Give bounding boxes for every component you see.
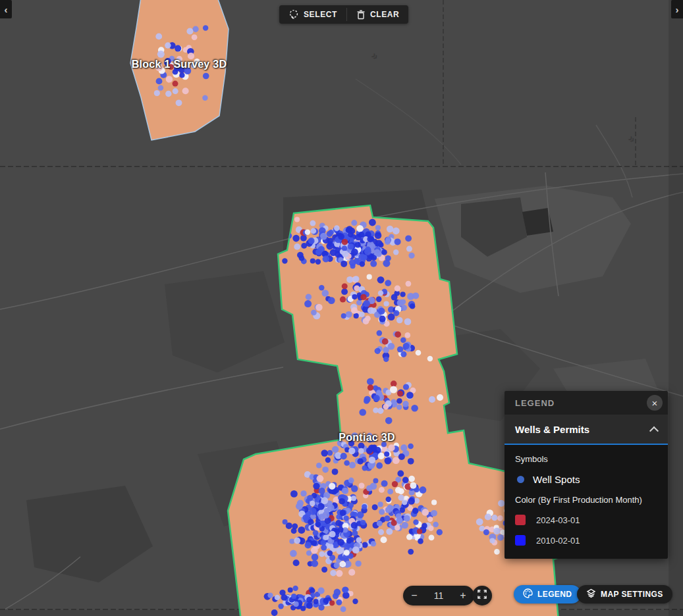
well-spot[interactable] (296, 503, 303, 510)
well-spot[interactable] (422, 509, 429, 516)
well-spot[interactable] (334, 225, 340, 231)
well-spot[interactable] (406, 392, 414, 399)
well-spot[interactable] (288, 588, 293, 593)
legend-toggle-button[interactable]: LEGEND (514, 585, 581, 603)
well-spot[interactable] (402, 401, 409, 407)
well-spot[interactable] (311, 540, 317, 546)
well-spot[interactable] (301, 243, 307, 249)
well-spot[interactable] (317, 503, 324, 509)
well-spot[interactable] (334, 589, 341, 596)
well-spot[interactable] (291, 528, 297, 534)
well-spot[interactable] (311, 547, 318, 554)
well-spot[interactable] (329, 483, 335, 490)
well-spot[interactable] (403, 384, 409, 390)
well-spot[interactable] (342, 283, 348, 289)
well-spot[interactable] (352, 599, 358, 604)
well-spot[interactable] (320, 233, 327, 240)
well-spot[interactable] (369, 219, 376, 226)
well-spot[interactable] (368, 463, 374, 469)
well-spot[interactable] (346, 276, 353, 283)
well-spot[interactable] (497, 534, 504, 541)
legend-section-wells-permits[interactable]: Wells & Permits (505, 415, 668, 445)
well-spot[interactable] (356, 300, 362, 305)
well-spot[interactable] (275, 595, 280, 600)
well-spot[interactable] (385, 237, 391, 243)
well-spot[interactable] (400, 337, 406, 343)
well-spot[interactable] (417, 529, 422, 534)
well-spot[interactable] (341, 606, 346, 612)
well-spot[interactable] (485, 513, 491, 520)
well-spot[interactable] (402, 477, 409, 484)
well-spot[interactable] (349, 462, 356, 469)
well-spot[interactable] (319, 552, 325, 557)
well-spot[interactable] (362, 465, 368, 471)
select-button[interactable]: SELECT (279, 5, 346, 24)
well-spot[interactable] (306, 602, 313, 609)
well-spot[interactable] (497, 515, 503, 521)
close-icon[interactable]: × (647, 395, 663, 411)
well-spot[interactable] (357, 458, 363, 464)
well-spot[interactable] (416, 350, 422, 356)
well-spot[interactable] (383, 404, 389, 410)
well-spot[interactable] (315, 259, 321, 265)
well-spot[interactable] (348, 503, 354, 508)
well-spot[interactable] (378, 529, 384, 535)
well-spot[interactable] (418, 538, 423, 544)
well-spot[interactable] (367, 236, 373, 242)
well-spot[interactable] (342, 488, 348, 494)
well-spot[interactable] (281, 594, 288, 601)
well-spot[interactable] (406, 534, 412, 540)
well-spot[interactable] (406, 281, 412, 287)
well-spot[interactable] (360, 261, 365, 267)
well-spot[interactable] (203, 25, 208, 30)
well-spot[interactable] (356, 537, 362, 543)
well-spot[interactable] (154, 90, 160, 96)
well-spot[interactable] (381, 249, 387, 255)
well-spot[interactable] (392, 481, 398, 487)
well-spot[interactable] (391, 380, 397, 387)
well-spot[interactable] (428, 526, 433, 531)
well-spot[interactable] (332, 469, 339, 475)
well-spot[interactable] (176, 58, 181, 63)
well-spot[interactable] (412, 292, 419, 299)
well-spot[interactable] (186, 28, 193, 35)
well-spot[interactable] (400, 444, 407, 451)
well-spot[interactable] (368, 307, 374, 314)
well-spot[interactable] (168, 64, 174, 70)
well-spot[interactable] (406, 246, 412, 252)
well-spot[interactable] (410, 303, 416, 309)
well-spot[interactable] (321, 497, 328, 504)
well-spot[interactable] (351, 496, 356, 501)
well-spot[interactable] (397, 391, 403, 397)
well-spot[interactable] (384, 515, 390, 521)
well-spot[interactable] (387, 226, 393, 232)
well-spot[interactable] (400, 299, 406, 305)
map-settings-button[interactable]: MAP SETTINGS (577, 585, 672, 603)
well-spot[interactable] (337, 539, 344, 546)
well-spot[interactable] (322, 467, 329, 473)
well-spot[interactable] (351, 249, 358, 256)
well-spot[interactable] (381, 480, 388, 487)
well-spot[interactable] (420, 486, 427, 494)
well-spot[interactable] (437, 394, 443, 401)
well-spot[interactable] (336, 600, 342, 605)
well-spot[interactable] (396, 398, 402, 404)
well-spot[interactable] (325, 457, 331, 463)
well-spot[interactable] (398, 488, 404, 494)
well-spot[interactable] (305, 542, 312, 548)
well-spot[interactable] (433, 522, 439, 528)
well-spot[interactable] (376, 463, 383, 469)
well-spot[interactable] (378, 290, 383, 295)
well-spot[interactable] (366, 485, 372, 491)
well-spot[interactable] (340, 510, 346, 516)
well-spot[interactable] (385, 457, 392, 465)
well-spot[interactable] (371, 445, 377, 450)
well-spot[interactable] (387, 489, 393, 495)
well-spot[interactable] (372, 504, 378, 510)
well-spot[interactable] (342, 245, 347, 251)
well-spot[interactable] (378, 242, 383, 247)
well-spot[interactable] (334, 562, 340, 568)
well-spot[interactable] (348, 448, 355, 454)
well-spot[interactable] (408, 498, 415, 505)
clear-button[interactable]: CLEAR (347, 5, 408, 24)
